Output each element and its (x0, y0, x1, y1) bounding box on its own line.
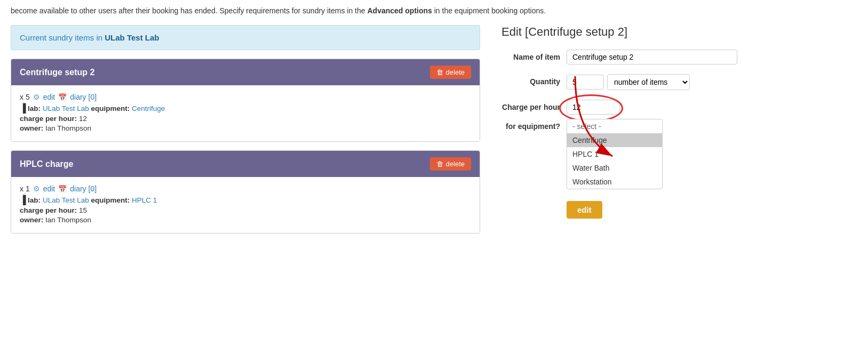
charge-input-wrap (567, 100, 620, 115)
edit-link-hplc[interactable]: edit (43, 184, 55, 193)
current-sundry-header: Current sundry items in ULab Test Lab (11, 25, 480, 50)
bar-icon-centrifuge (20, 104, 26, 112)
diary-link-hplc[interactable]: diary [0] (70, 184, 97, 193)
diary-link-centrifuge[interactable]: diary [0] (70, 93, 97, 101)
quantity-centrifuge: x 5 (20, 93, 30, 101)
lab-detail-centrifuge: lab: ULab Test Lab equipment: Centrifuge (20, 103, 471, 113)
for-equipment-section: for equipment? - select - Centrifuge HPL… (501, 119, 857, 189)
for-equipment-label: for equipment? (501, 119, 560, 131)
name-label: Name of item (501, 50, 560, 61)
charge-detail-hplc: charge per hour: 15 (20, 206, 471, 214)
right-panel: Edit [Centrifuge setup 2] Name of item Q… (501, 25, 857, 219)
calendar-icon-hplc (58, 184, 67, 193)
quantity-input[interactable] (567, 75, 604, 90)
equipment-link-centrifuge[interactable]: Centrifuge (132, 104, 165, 112)
item-body-hplc: x 1 edit diary [0] lab: ULab Test Lab eq… (11, 177, 480, 233)
top-text: become available to other users after th… (11, 5, 857, 17)
for-equipment-group: for equipment? - select - Centrifuge HPL… (501, 119, 857, 189)
quantity-controls: number of items percentage units (567, 74, 690, 90)
quantity-label: Quantity (501, 74, 560, 86)
item-card-header-centrifuge: Centrifuge setup 2 🗑 delete (11, 59, 480, 85)
lab-link-centrifuge[interactable]: ULab Test Lab (43, 104, 89, 112)
quantity-group: Quantity number of items percentage unit… (501, 74, 857, 90)
delete-button-centrifuge[interactable]: 🗑 delete (430, 66, 471, 79)
edit-link-centrifuge[interactable]: edit (43, 93, 55, 101)
charge-input[interactable] (567, 100, 620, 115)
edit-button[interactable]: edit (567, 201, 602, 219)
delete-button-hplc[interactable]: 🗑 delete (430, 157, 471, 171)
item-title-centrifuge: Centrifuge setup 2 (20, 68, 94, 77)
owner-detail-centrifuge: owner: Ian Thompson (20, 124, 471, 132)
item-card-centrifuge: Centrifuge setup 2 🗑 delete x 5 edit dia… (11, 59, 480, 142)
item-meta-hplc: x 1 edit diary [0] (20, 184, 471, 193)
quantity-hplc: x 1 (20, 184, 30, 193)
eq-option-waterbath[interactable]: Water Bath (567, 161, 662, 175)
trash-icon-hplc: 🗑 (436, 160, 443, 168)
left-panel: Current sundry items in ULab Test Lab Ce… (11, 25, 480, 242)
quantity-unit-select[interactable]: number of items percentage units (607, 74, 690, 90)
eq-option-workstation[interactable]: Workstation (567, 175, 662, 189)
trash-icon: 🗑 (436, 68, 443, 76)
charge-detail-centrifuge: charge per hour: 12 (20, 115, 471, 123)
edit-title: Edit [Centrifuge setup 2] (501, 25, 857, 39)
charge-group: Charge per hour (501, 100, 857, 115)
name-input[interactable] (567, 50, 737, 65)
equipment-link-hplc[interactable]: HPLC 1 (132, 196, 157, 204)
gear-icon-hplc (33, 184, 40, 193)
equipment-select-box[interactable]: - select - Centrifuge HPLC 1 Water Bath … (567, 119, 663, 189)
item-card-hplc: HPLC charge 🗑 delete x 1 edit diary [0] … (11, 150, 480, 234)
item-title-hplc: HPLC charge (20, 159, 73, 169)
gear-icon-centrifuge (33, 93, 40, 101)
name-of-item-group: Name of item (501, 50, 857, 65)
lab-link-hplc[interactable]: ULab Test Lab (43, 196, 89, 204)
item-body-centrifuge: x 5 edit diary [0] lab: ULab Test Lab eq… (11, 85, 480, 141)
eq-option-hplc1[interactable]: HPLC 1 (567, 147, 662, 161)
eq-option-centrifuge[interactable]: Centrifuge (567, 133, 662, 147)
lab-detail-hplc: lab: ULab Test Lab equipment: HPLC 1 (20, 195, 471, 205)
bar-icon-hplc (20, 196, 26, 204)
eq-option-select[interactable]: - select - (567, 119, 662, 133)
item-card-header-hplc: HPLC charge 🗑 delete (11, 151, 480, 177)
charge-label: Charge per hour (501, 100, 560, 111)
owner-detail-hplc: owner: Ian Thompson (20, 216, 471, 224)
calendar-icon-centrifuge (58, 93, 67, 101)
item-meta-centrifuge: x 5 edit diary [0] (20, 93, 471, 101)
lab-name: ULab Test Lab (105, 33, 159, 42)
